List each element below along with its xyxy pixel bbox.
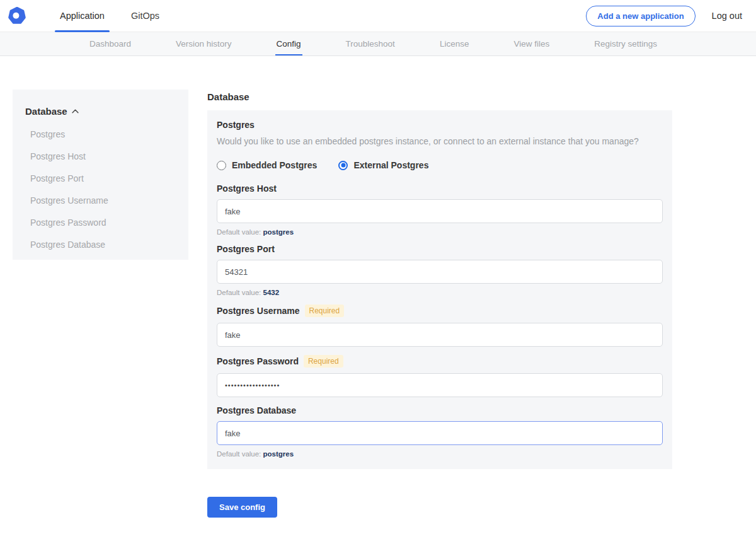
save-config-button[interactable]: Save config xyxy=(207,497,277,518)
sidebar-item-postgres-host[interactable]: Postgres Host xyxy=(25,152,176,161)
postgres-group-help-text: Would you like to use an embedded postgr… xyxy=(217,136,663,146)
sidebar-group-database[interactable]: Database xyxy=(25,106,176,117)
field-postgres-username: Postgres Username Required xyxy=(217,304,663,347)
sidebar-item-postgres-database[interactable]: Postgres Database xyxy=(25,240,176,249)
database-config-panel: Postgres Would you like to use an embedd… xyxy=(207,110,672,469)
radio-embedded-postgres[interactable]: Embedded Postgres xyxy=(217,160,317,170)
subnav-tab-version-history-label: Version history xyxy=(176,39,232,49)
config-sidebar: Database Postgres Postgres Host Postgres… xyxy=(13,90,188,260)
postgres-database-default-hint: Default value: postgres xyxy=(217,450,663,458)
subnav-tab-config-label: Config xyxy=(277,39,301,49)
field-postgres-database: Postgres Database Default value: postgre… xyxy=(217,405,663,458)
default-value: postgres xyxy=(263,450,294,458)
subnav-tab-config[interactable]: Config xyxy=(275,32,302,55)
subnav-tab-troubleshoot[interactable]: Troubleshoot xyxy=(345,32,396,55)
sidebar-item-postgres-username[interactable]: Postgres Username xyxy=(25,196,176,205)
sidebar-item-postgres-password[interactable]: Postgres Password xyxy=(25,218,176,227)
postgres-password-input[interactable] xyxy=(217,373,663,397)
postgres-host-input[interactable] xyxy=(217,199,663,223)
postgres-database-input[interactable] xyxy=(217,421,663,445)
postgres-group-label: Postgres xyxy=(217,120,663,130)
config-page-content: Database Postgres Postgres Host Postgres… xyxy=(0,56,756,518)
subnav-tab-version-history[interactable]: Version history xyxy=(175,32,233,55)
config-main-column: Database Postgres Would you like to use … xyxy=(207,90,672,518)
top-tab-gitops[interactable]: GitOps xyxy=(118,0,173,32)
add-new-application-button[interactable]: Add a new application xyxy=(586,6,695,26)
subnav-tab-dashboard-label: Dashboard xyxy=(89,39,131,49)
app-sub-navigation: Dashboard Version history Config Trouble… xyxy=(0,32,756,56)
default-value: postgres xyxy=(263,228,294,236)
postgres-mode-radio-group: Embedded Postgres External Postgres xyxy=(217,160,663,170)
top-navigation-bar: Application GitOps Add a new application… xyxy=(0,0,756,32)
default-label: Default value: xyxy=(217,228,261,236)
sidebar-item-postgres-port[interactable]: Postgres Port xyxy=(25,174,176,183)
default-value: 5432 xyxy=(263,289,280,296)
top-tab-application-label: Application xyxy=(60,11,105,21)
top-tab-gitops-label: GitOps xyxy=(131,11,159,21)
radio-embedded-postgres-label: Embedded Postgres xyxy=(232,160,317,170)
app-logo-icon xyxy=(6,5,28,26)
required-badge: Required xyxy=(305,304,345,317)
subnav-tab-view-files[interactable]: View files xyxy=(512,32,551,55)
subnav-tab-troubleshoot-label: Troubleshoot xyxy=(346,39,395,49)
postgres-username-label: Postgres Username xyxy=(217,306,300,316)
subnav-tab-license-label: License xyxy=(440,39,469,49)
chevron-up-icon xyxy=(72,109,79,113)
postgres-password-label: Postgres Password xyxy=(217,356,299,366)
subnav-tab-registry-settings[interactable]: Registry settings xyxy=(593,32,658,55)
postgres-host-label: Postgres Host xyxy=(217,183,277,194)
radio-unchecked-icon xyxy=(217,161,226,170)
postgres-port-label: Postgres Port xyxy=(217,244,275,254)
field-postgres-password: Postgres Password Required xyxy=(217,355,663,397)
field-postgres-port: Postgres Port Default value: 5432 xyxy=(217,244,663,296)
field-postgres-host: Postgres Host Default value: postgres xyxy=(217,183,663,236)
postgres-username-input[interactable] xyxy=(217,323,663,347)
radio-checked-icon xyxy=(338,161,348,170)
required-badge: Required xyxy=(304,355,343,368)
postgres-port-input[interactable] xyxy=(217,260,663,284)
default-label: Default value: xyxy=(217,450,261,458)
subnav-tab-dashboard[interactable]: Dashboard xyxy=(88,32,132,55)
postgres-port-default-hint: Default value: 5432 xyxy=(217,289,663,296)
subnav-tab-registry-settings-label: Registry settings xyxy=(594,39,657,49)
subnav-tab-view-files-label: View files xyxy=(513,39,549,49)
radio-external-postgres[interactable]: External Postgres xyxy=(338,160,428,170)
postgres-database-label: Postgres Database xyxy=(217,405,296,415)
logout-link[interactable]: Log out xyxy=(712,11,742,21)
postgres-host-default-hint: Default value: postgres xyxy=(217,228,663,236)
radio-external-postgres-label: External Postgres xyxy=(353,160,428,170)
sidebar-item-postgres[interactable]: Postgres xyxy=(25,130,176,139)
config-group-heading: Database xyxy=(207,91,672,102)
subnav-tab-license[interactable]: License xyxy=(438,32,471,55)
default-label: Default value: xyxy=(217,289,261,296)
sidebar-group-database-label: Database xyxy=(25,106,67,117)
top-tab-application[interactable]: Application xyxy=(47,0,118,32)
